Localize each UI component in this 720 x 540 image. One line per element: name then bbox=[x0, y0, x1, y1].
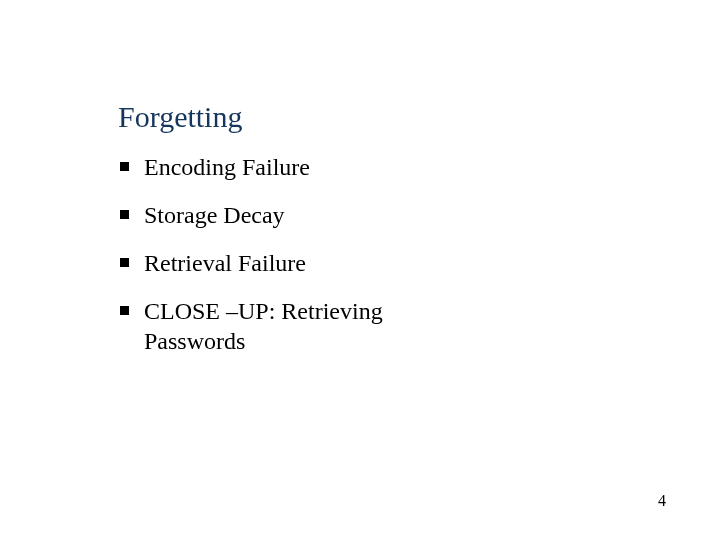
square-bullet-icon bbox=[120, 306, 129, 315]
list-item-label: Retrieval Failure bbox=[144, 250, 306, 276]
square-bullet-icon bbox=[120, 162, 129, 171]
list-item-label: CLOSE –UP: Retrieving Passwords bbox=[144, 298, 383, 354]
list-item: Retrieval Failure bbox=[118, 248, 484, 278]
page-number: 4 bbox=[658, 492, 666, 510]
list-item: Encoding Failure bbox=[118, 152, 484, 182]
slide-title: Forgetting bbox=[118, 100, 610, 134]
slide: Forgetting Encoding Failure Storage Deca… bbox=[0, 0, 720, 540]
square-bullet-icon bbox=[120, 258, 129, 267]
bullet-list: Encoding Failure Storage Decay Retrieval… bbox=[118, 152, 610, 356]
list-item: Storage Decay bbox=[118, 200, 484, 230]
list-item-label: Encoding Failure bbox=[144, 154, 310, 180]
list-item-label: Storage Decay bbox=[144, 202, 285, 228]
square-bullet-icon bbox=[120, 210, 129, 219]
list-item: CLOSE –UP: Retrieving Passwords bbox=[118, 296, 484, 356]
